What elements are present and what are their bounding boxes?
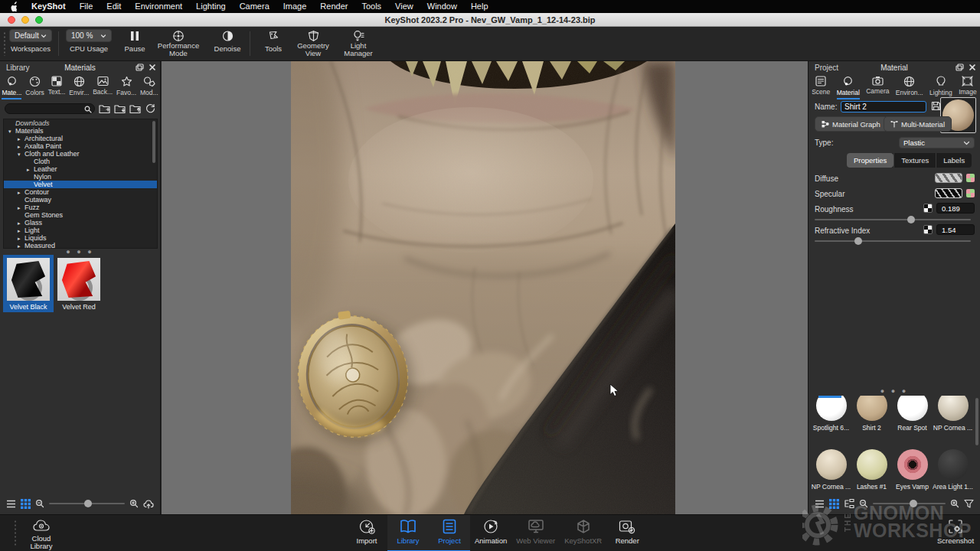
roughness-slider-handle[interactable] [907, 216, 915, 223]
cpu-usage-control[interactable]: 100 % CPU Usage [66, 29, 112, 60]
tab-backplates[interactable]: Back... [93, 76, 113, 99]
menubar-item[interactable]: Lighting [189, 0, 233, 13]
light-manager-button[interactable]: Light Manager [338, 29, 378, 60]
diffuse-texture-toggle-icon[interactable] [966, 174, 975, 182]
performance-mode-button[interactable]: Performance Mode [153, 29, 204, 60]
zoom-in-icon[interactable] [129, 499, 139, 508]
roughness-value[interactable]: 0.189 [936, 203, 975, 214]
library-splitter-handle[interactable]: ● ● ● [0, 249, 160, 254]
tree-view-icon[interactable] [844, 499, 854, 508]
tree-item[interactable]: ▸Fuzz [4, 204, 157, 211]
menubar-item[interactable]: View [388, 0, 420, 13]
tree-item[interactable]: ▾Materials [4, 127, 157, 135]
library-search-field[interactable] [5, 103, 95, 114]
tab-favorites[interactable]: Favo... [116, 76, 136, 99]
tab-scene[interactable]: Scene [812, 76, 830, 99]
project-material-thumbnail[interactable]: Area Light 1... [933, 445, 973, 494]
tree-item[interactable]: ▸Leather [4, 165, 157, 173]
material-name-input[interactable] [841, 101, 926, 112]
project-material-thumbnail[interactable]: NP Cornea ... [811, 445, 851, 494]
subtab-textures[interactable]: Textures [893, 153, 936, 168]
subtab-labels[interactable]: Labels [936, 153, 972, 168]
web-viewer-button[interactable]: Web Viewer [511, 515, 560, 550]
cloud-upload-icon[interactable] [143, 499, 154, 509]
specular-texture-toggle-icon[interactable] [966, 189, 975, 197]
project-material-thumbnail[interactable]: Spotlight 6... [811, 396, 851, 445]
list-view-icon[interactable] [6, 500, 16, 508]
toolbar-drag-handle[interactable] [3, 31, 6, 56]
tab-models[interactable]: Mod... [140, 76, 158, 99]
search-input[interactable] [5, 104, 94, 113]
tree-item[interactable]: ▸Architectural [4, 135, 157, 142]
tab-lighting[interactable]: Lighting [929, 76, 952, 99]
tree-item[interactable]: ▸Contour [4, 188, 157, 196]
tree-item[interactable]: ▾Cloth and Leather [4, 150, 157, 158]
denoise-button[interactable]: Denoise [211, 29, 243, 60]
apple-logo-icon[interactable] [9, 2, 18, 11]
diffuse-color-swatch[interactable] [935, 173, 962, 183]
menubar-item[interactable]: Render [313, 0, 354, 13]
project-material-thumbnail[interactable]: Rear Spot [892, 396, 933, 445]
workspaces-dropdown[interactable]: Default [9, 29, 52, 42]
menubar-item[interactable]: Edit [100, 0, 128, 13]
realtime-viewport[interactable] [162, 61, 808, 514]
tree-item[interactable]: Nylon [4, 173, 157, 181]
list-view-icon[interactable] [815, 500, 825, 508]
float-panel-icon[interactable] [956, 64, 964, 71]
export-folder-icon[interactable] [129, 103, 141, 114]
project-material-thumbnail[interactable]: NP Cornea ... [933, 396, 973, 445]
filter-icon[interactable] [964, 499, 974, 508]
menubar-item[interactable]: Window [420, 0, 464, 13]
thumbnail-size-slider[interactable] [873, 503, 946, 504]
thumbnail-size-slider[interactable] [49, 503, 125, 504]
roughness-slider[interactable] [815, 219, 971, 220]
bottombar-drag-handle[interactable] [14, 520, 17, 547]
add-folder-icon[interactable] [99, 103, 110, 114]
workspaces-control[interactable]: Default Workspaces [9, 29, 52, 60]
project-material-thumbnail[interactable]: Shirt 2 [851, 396, 892, 445]
refresh-icon[interactable] [145, 103, 156, 114]
geometry-view-button[interactable]: Geometry View [292, 29, 334, 60]
menubar-item[interactable]: KeyShot [24, 0, 73, 13]
tab-materials[interactable]: Mate... [2, 76, 21, 99]
tree-item[interactable]: ▸Glass [4, 219, 157, 227]
thumbnail-size-slider-handle[interactable] [910, 500, 917, 507]
refractive-index-slider[interactable] [815, 240, 971, 242]
screenshot-button[interactable]: Screenshot [936, 515, 975, 550]
import-button[interactable]: Import [346, 515, 387, 550]
refractive-index-value[interactable]: 1.54 [936, 224, 975, 235]
roughness-texture-icon[interactable] [923, 204, 933, 213]
menubar-item[interactable]: Image [276, 0, 314, 13]
tab-environments[interactable]: Envir... [69, 76, 89, 99]
material-graph-button[interactable]: Material Graph [815, 116, 887, 132]
thumbnail-size-slider-handle[interactable] [84, 500, 92, 507]
pause-button[interactable]: Pause [121, 29, 149, 60]
tools-button[interactable]: Tools [259, 29, 288, 60]
tree-item[interactable]: Gem Stones [4, 211, 157, 219]
tab-environment[interactable]: Environ... [896, 76, 923, 99]
tree-expand-arrow[interactable]: ▸ [18, 243, 24, 249]
tree-item[interactable]: Downloads [4, 119, 157, 127]
project-material-thumbnail[interactable]: Eyes Vamp [892, 445, 933, 494]
import-folder-icon[interactable] [114, 103, 126, 114]
float-panel-icon[interactable] [136, 64, 144, 71]
tree-item[interactable]: Velvet [4, 181, 157, 188]
tree-item[interactable]: ▸Axalta Paint [4, 142, 157, 150]
project-material-thumbnail[interactable]: Lashes #1 [851, 445, 892, 494]
menubar-item[interactable]: Camera [233, 0, 276, 13]
tree-item[interactable]: ▸Light [4, 227, 157, 234]
menubar-item[interactable]: Environment [128, 0, 189, 13]
tree-scrollbar[interactable] [152, 121, 155, 163]
animation-button[interactable]: Animation [470, 515, 511, 550]
material-type-dropdown[interactable]: Plastic [899, 137, 975, 148]
material-thumbnail[interactable]: Velvet Black [3, 255, 54, 312]
project-button[interactable]: Project [429, 515, 470, 550]
menubar-item[interactable]: Help [464, 0, 495, 13]
zoom-in-icon[interactable] [950, 499, 959, 508]
tree-item[interactable]: ▸Liquids [4, 234, 157, 242]
render-button[interactable]: Render [606, 515, 648, 550]
tab-camera[interactable]: Camera [866, 76, 889, 99]
menubar-item[interactable]: File [73, 0, 100, 13]
grid-view-icon[interactable] [21, 499, 31, 509]
menubar-item[interactable]: Tools [354, 0, 388, 13]
